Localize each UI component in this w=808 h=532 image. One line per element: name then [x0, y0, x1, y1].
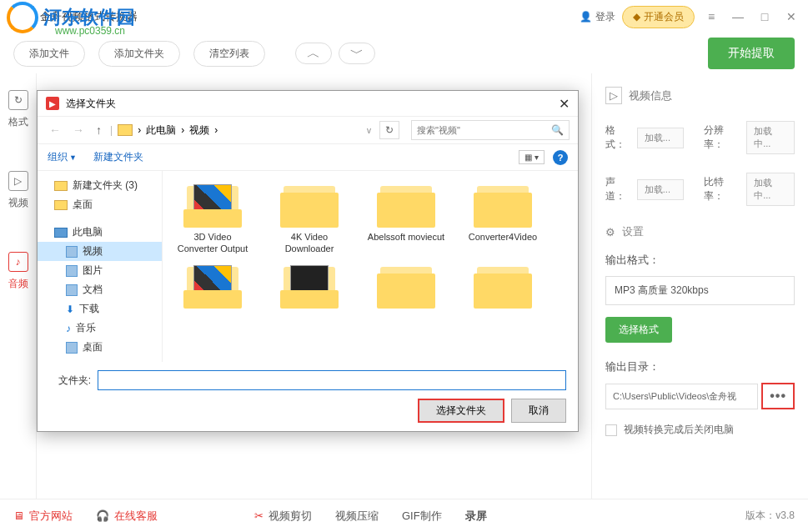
folder-name-label: 文件夹: [49, 374, 91, 388]
settings-header: ⚙ 设置 [605, 224, 795, 239]
channel-value: 加载... [637, 179, 684, 200]
login-button[interactable]: 👤 登录 [580, 10, 615, 24]
video-compress-link[interactable]: 视频压缩 [335, 509, 379, 524]
folder-4k-downloader[interactable]: 4K Video Downloader [269, 181, 349, 255]
version-label: 版本：v3.8 [745, 509, 795, 523]
clear-list-button[interactable]: 清空列表 [193, 41, 265, 67]
dialog-close-button[interactable]: ✕ [559, 96, 570, 112]
format-label: 格式： [605, 123, 632, 152]
dialog-toolbar: 组织 ▼ 新建文件夹 ▦ ▾ ? [38, 144, 578, 171]
dialog-search-box[interactable]: 🔍 [411, 120, 570, 140]
dialog-titlebar: ▶ 选择文件夹 ✕ [38, 91, 578, 116]
add-folder-button[interactable]: 添加文件夹 [98, 41, 180, 67]
folder-row2-1[interactable] [173, 262, 253, 312]
record-link[interactable]: 录屏 [465, 509, 487, 524]
folder-row2-4[interactable] [463, 262, 543, 312]
resolution-label: 分辨率： [704, 123, 741, 152]
video-icon: ▷ [8, 171, 28, 191]
maximize-button[interactable]: □ [755, 7, 775, 27]
folder-name-input[interactable] [98, 370, 566, 390]
tree-this-pc[interactable]: 此电脑 [38, 223, 162, 242]
select-format-button[interactable]: 选择格式 [605, 317, 672, 343]
tab-audio[interactable]: ♪ 音频 [8, 252, 28, 291]
refresh-icon: ↻ [8, 90, 28, 110]
output-dir-label: 输出目录： [605, 359, 795, 374]
left-sidebar: ↻ 格式 ▷ 视频 ♪ 音频 [0, 73, 37, 499]
tree-documents[interactable]: 文档 [38, 280, 162, 299]
tab-video[interactable]: ▷ 视频 [8, 171, 28, 210]
vip-button[interactable]: ◆ 开通会员 [622, 6, 695, 28]
shutdown-checkbox[interactable] [605, 424, 617, 436]
bitrate-label: 比特率： [704, 175, 741, 203]
dialog-cancel-button[interactable]: 取消 [511, 399, 566, 423]
nav-back-button[interactable]: ← [46, 123, 64, 137]
support-link[interactable]: 🎧在线客服 [96, 509, 158, 524]
folder-row2-3[interactable] [366, 262, 446, 312]
move-up-button[interactable]: ︿ [295, 43, 332, 64]
search-icon: 🔍 [551, 124, 564, 136]
tree-pictures[interactable]: 图片 [38, 261, 162, 280]
nav-forward-button[interactable]: → [69, 123, 88, 137]
app-title: 金舟视频格式转换器 [40, 9, 138, 24]
gif-make-link[interactable]: GIF制作 [402, 509, 442, 524]
video-info-header: ▷ 视频信息 [605, 87, 795, 104]
minimize-button[interactable]: — [728, 7, 748, 27]
dialog-folder-grid[interactable]: 3D Video Converter Output 4K Video Downl… [163, 171, 578, 362]
tree-desktop2[interactable]: 桌面 [38, 338, 162, 357]
website-link[interactable]: 🖥官方网站 [13, 509, 73, 524]
tree-downloads[interactable]: ⬇下载 [38, 299, 162, 319]
tree-new-folder[interactable]: 新建文件夹 (3) [38, 176, 162, 195]
output-dir-value[interactable]: C:\Users\Public\Videos\金舟视 [605, 384, 758, 409]
folder-row2-2[interactable] [269, 262, 349, 312]
channel-label: 声道： [605, 175, 632, 203]
audio-icon: ♪ [8, 252, 28, 272]
resolution-value: 加载中... [746, 121, 795, 154]
breadcrumb-pc[interactable]: 此电脑 [146, 123, 176, 138]
dialog-app-icon: ▶ [46, 97, 59, 110]
gear-icon: ⚙ [605, 226, 615, 238]
monitor-icon: 🖥 [13, 509, 24, 522]
folder-abelssoft[interactable]: Abelssoft moviecut [366, 181, 446, 255]
tree-videos[interactable]: 视频 [38, 242, 162, 261]
dialog-tree: 新建文件夹 (3) 桌面 此电脑 视频 图片 文档 ⬇下载 ♪音乐 桌面 [38, 171, 163, 362]
scissors-icon: ✂ [254, 509, 263, 522]
dialog-address-bar: ← → ↑ | › 此电脑 › 视频 › v ↻ 🔍 [38, 116, 578, 144]
shutdown-label: 视频转换完成后关闭电脑 [624, 423, 734, 437]
user-icon: 👤 [580, 11, 592, 23]
add-file-button[interactable]: 添加文件 [13, 41, 85, 67]
help-button[interactable]: ? [553, 150, 568, 165]
format-value: 加载... [637, 128, 684, 148]
folder-picker-dialog: ▶ 选择文件夹 ✕ ← → ↑ | › 此电脑 › 视频 › v ↻ 🔍 组织 … [37, 90, 579, 432]
close-button[interactable]: ✕ [781, 7, 801, 27]
bitrate-value: 加载中... [746, 173, 795, 206]
folder-icon [118, 124, 133, 136]
dialog-title: 选择文件夹 [66, 97, 116, 111]
tree-music[interactable]: ♪音乐 [38, 319, 162, 338]
output-format-value: MP3 高质量 320kbps [605, 276, 795, 305]
diamond-icon: ◆ [633, 11, 640, 23]
play-icon: ▷ [605, 87, 622, 104]
tree-desktop[interactable]: 桌面 [38, 195, 162, 214]
menu-button[interactable]: ≡ [701, 7, 721, 27]
tab-format[interactable]: ↻ 格式 [8, 90, 28, 129]
title-bar: 金舟视频格式转换器 河东软件园 www.pc0359.cn 👤 登录 ◆ 开通会… [0, 0, 808, 33]
nav-up-button[interactable]: ↑ [93, 123, 105, 137]
folder-3d-video[interactable]: 3D Video Converter Output [173, 181, 253, 255]
watermark: 河东软件园 www.pc0359.cn [7, 2, 38, 37]
folder-converter4video[interactable]: Converter4Video [463, 181, 543, 255]
output-format-label: 输出格式： [605, 253, 795, 268]
right-panel: ▷ 视频信息 格式：加载... 分辨率：加载中... 声道：加载... 比特率：… [591, 73, 808, 499]
organize-dropdown[interactable]: 组织 ▼ [48, 150, 77, 164]
dialog-select-button[interactable]: 选择文件夹 [418, 399, 504, 423]
view-mode-button[interactable]: ▦ ▾ [519, 150, 545, 164]
breadcrumb-video[interactable]: 视频 [189, 123, 209, 138]
nav-refresh-button[interactable]: ↻ [379, 121, 399, 139]
start-extract-button[interactable]: 开始提取 [708, 38, 795, 69]
browse-folder-button[interactable]: ••• [761, 383, 795, 409]
dialog-search-input[interactable] [417, 125, 551, 135]
move-down-button[interactable]: ﹀ [339, 43, 375, 64]
bottom-bar: 🖥官方网站 🎧在线客服 ✂视频剪切 视频压缩 GIF制作 录屏 版本：v3.8 [0, 499, 808, 532]
new-folder-button[interactable]: 新建文件夹 [93, 150, 143, 164]
video-cut-link[interactable]: ✂视频剪切 [254, 509, 312, 524]
headset-icon: 🎧 [96, 509, 109, 522]
